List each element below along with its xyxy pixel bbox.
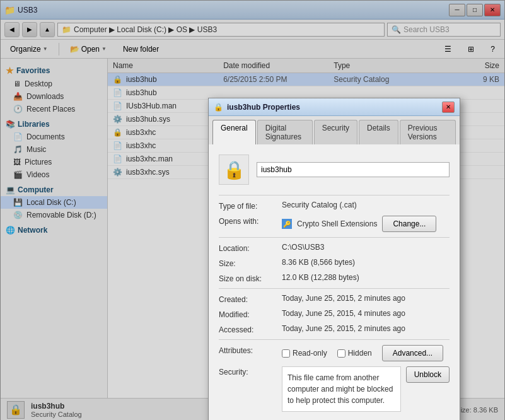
security-text: This file came from another computer and… — [287, 373, 393, 405]
tab-previous-versions[interactable]: Previous Versions — [400, 120, 456, 144]
preview-icon: 🔒 — [219, 155, 249, 185]
accessed-row: Accessed: Today, June 25, 2015, 2 minute… — [219, 324, 450, 334]
security-label: Security: — [219, 366, 282, 376]
readonly-checkbox[interactable] — [282, 349, 290, 358]
unblock-button[interactable]: Unblock — [406, 366, 450, 383]
type-value: Security Catalog (.cat) — [282, 201, 450, 209]
attributes-row: Attributes: Read-only Hidden Advanced... — [219, 345, 450, 361]
preview-filename: iusb3hub — [261, 165, 292, 174]
hidden-text: Hidden — [348, 349, 372, 358]
advanced-button[interactable]: Advanced... — [382, 345, 443, 361]
dialog-overlay: 🔒 iusb3hub Properties ✕ General Digital … — [0, 0, 505, 420]
dialog-close-button[interactable]: ✕ — [442, 102, 455, 113]
opens-value-area: 🔑 Crypto Shell Extensions Change... — [282, 216, 450, 232]
readonly-label[interactable]: Read-only — [282, 349, 327, 358]
opens-label: Opens with: — [219, 216, 282, 226]
tab-general[interactable]: General — [212, 120, 256, 144]
size-disk-label: Size on disk: — [219, 273, 282, 283]
type-row: Type of file: Security Catalog (.cat) — [219, 201, 450, 211]
size-row: Size: 8.36 KB (8,566 bytes) — [219, 258, 450, 268]
file-preview-row: 🔒 iusb3hub — [219, 155, 450, 185]
readonly-text: Read-only — [293, 349, 327, 358]
security-row: Security: This file came from another co… — [219, 366, 450, 412]
opens-value: Crypto Shell Extensions — [297, 219, 377, 228]
tab-details[interactable]: Details — [359, 120, 398, 144]
properties-dialog: 🔒 iusb3hub Properties ✕ General Digital … — [208, 98, 460, 420]
dialog-icon: 🔒 — [214, 103, 223, 112]
attributes-controls: Read-only Hidden Advanced... — [282, 345, 450, 361]
divider-4 — [219, 339, 450, 340]
dialog-title: iusb3hub Properties — [227, 103, 300, 112]
created-label: Created: — [219, 294, 282, 304]
dialog-title-bar: 🔒 iusb3hub Properties ✕ — [209, 98, 460, 116]
modified-label: Modified: — [219, 309, 282, 319]
tab-bar: General Digital Signatures Security Deta… — [209, 116, 460, 144]
security-content: This file came from another computer and… — [282, 366, 450, 412]
tab-security[interactable]: Security — [314, 120, 357, 144]
divider-3 — [219, 288, 450, 289]
opens-value-row: 🔑 Crypto Shell Extensions Change... — [282, 216, 450, 232]
modified-value: Today, June 25, 2015, 4 minutes ago — [282, 309, 450, 318]
location-value: C:\OS\USB3 — [282, 243, 450, 252]
location-label: Location: — [219, 243, 282, 253]
change-button[interactable]: Change... — [382, 216, 436, 232]
divider-1 — [219, 195, 450, 195]
divider-2 — [219, 237, 450, 238]
preview-name-box[interactable]: iusb3hub — [257, 162, 450, 177]
size-value: 8.36 KB (8,566 bytes) — [282, 258, 450, 267]
size-label: Size: — [219, 258, 282, 268]
attributes-label: Attributes: — [219, 345, 282, 355]
security-text-box: This file came from another computer and… — [282, 366, 401, 412]
opens-app-icon: 🔑 — [282, 219, 292, 229]
dialog-content: 🔒 iusb3hub Type of file: Security Catalo… — [209, 144, 460, 420]
location-row: Location: C:\OS\USB3 — [219, 243, 450, 253]
hidden-label[interactable]: Hidden — [337, 349, 372, 358]
type-label: Type of file: — [219, 201, 282, 211]
created-value: Today, June 25, 2015, 2 minutes ago — [282, 294, 450, 303]
hidden-checkbox[interactable] — [337, 349, 345, 358]
opens-row: Opens with: 🔑 Crypto Shell Extensions Ch… — [219, 216, 450, 232]
accessed-label: Accessed: — [219, 324, 282, 334]
modified-row: Modified: Today, June 25, 2015, 4 minute… — [219, 309, 450, 319]
tab-digital-signatures[interactable]: Digital Signatures — [257, 120, 313, 144]
accessed-value: Today, June 25, 2015, 2 minutes ago — [282, 324, 450, 333]
size-disk-row: Size on disk: 12.0 KB (12,288 bytes) — [219, 273, 450, 283]
size-disk-value: 12.0 KB (12,288 bytes) — [282, 273, 450, 282]
created-row: Created: Today, June 25, 2015, 2 minutes… — [219, 294, 450, 304]
